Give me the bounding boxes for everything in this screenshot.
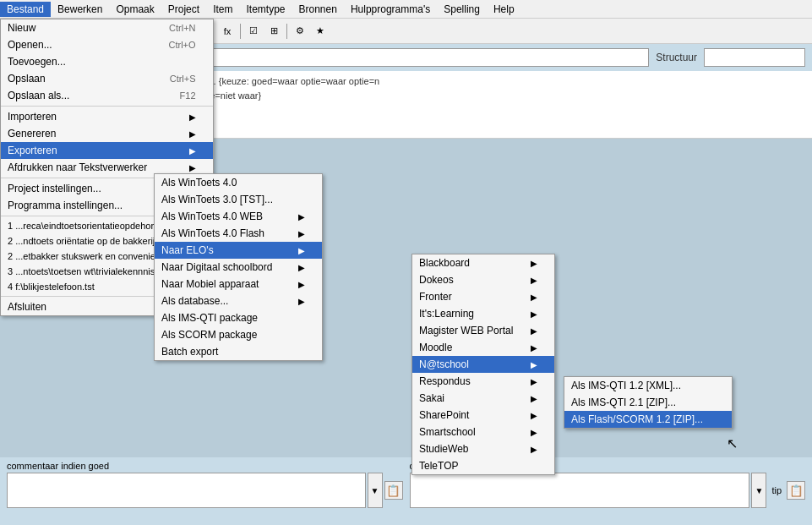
menu-openen[interactable]: Openen... Ctrl+O xyxy=(1,36,213,53)
exp-wintoets40web[interactable]: Als WinToets 4.0 WEB ▶ xyxy=(155,208,322,225)
elo-respondus[interactable]: Respondus ▶ xyxy=(412,373,554,390)
toolbar-separator-3 xyxy=(240,24,241,39)
comment-label-1: commentaar indien goed xyxy=(7,461,403,471)
ns-ims-qti-xml[interactable]: Als IMS-QTI 1.2 [XML]... xyxy=(564,377,732,394)
exp-ims-qti[interactable]: Als IMS-QTI package xyxy=(155,309,322,326)
exp-wintoets40flash[interactable]: Als WinToets 4.0 Flash ▶ xyxy=(155,225,322,242)
elo-moodle[interactable]: Moodle ▶ xyxy=(412,339,554,356)
menu-genereren[interactable]: Genereren ▶ xyxy=(1,125,213,142)
elo-natschool[interactable]: N@tschool ▶ xyxy=(412,356,554,373)
toolbar-btn13[interactable]: ★ xyxy=(311,22,330,41)
menu-toevoegen[interactable]: Toevoegen... xyxy=(1,53,213,70)
menu-importeren[interactable]: Importeren ▶ xyxy=(1,108,213,125)
toolbar-btn9[interactable]: fx xyxy=(218,22,237,41)
exp-scorm[interactable]: Als SCORM package xyxy=(155,326,322,343)
ns-ims-qti-zip[interactable]: Als IMS-QTI 2.1 [ZIP]... xyxy=(564,394,732,411)
exp-mobiel[interactable]: Naar Mobiel apparaat ▶ xyxy=(155,276,322,293)
toolbar-btn10[interactable]: ☑ xyxy=(244,22,263,41)
structuur-label: Structuur xyxy=(656,52,697,63)
ns-flash-scorm[interactable]: Als Flash/SCORM 1.2 [ZIP]... xyxy=(564,411,732,428)
elo-smartschool[interactable]: Smartschool ▶ xyxy=(412,424,554,440)
elo-studieweb[interactable]: StudieWeb ▶ xyxy=(412,440,554,457)
elo-teletop[interactable]: TeleTOP xyxy=(412,457,554,474)
elo-dokeos[interactable]: Dokeos ▶ xyxy=(412,271,554,288)
exp-database[interactable]: Als database... ▶ xyxy=(155,293,322,309)
comment-scroll-1[interactable]: ▼ xyxy=(368,473,383,508)
elo-sakai[interactable]: Sakai ▶ xyxy=(412,390,554,407)
cursor-indicator: ↖ xyxy=(727,435,738,451)
menu-project[interactable]: Project xyxy=(161,2,206,17)
menu-spelling[interactable]: Spelling xyxy=(437,2,487,17)
menu-bewerken[interactable]: Bewerken xyxy=(51,2,109,17)
menu-bestand[interactable]: Bestand xyxy=(0,2,51,17)
menu-itemtype[interactable]: Itemtype xyxy=(239,2,292,17)
toolbar-separator-4 xyxy=(286,24,287,39)
elo-blackboard[interactable]: Blackboard ▶ xyxy=(412,254,554,271)
menu-help[interactable]: Help xyxy=(487,2,521,17)
app-background: Bestand Bewerken Opmaak Project Item Ite… xyxy=(0,0,812,525)
elo-itslearning[interactable]: It's:Learning ▶ xyxy=(412,305,554,322)
elo-sharepoint[interactable]: SharePoint ▶ xyxy=(412,407,554,424)
menu-exporteren[interactable]: Exporteren ▶ xyxy=(1,142,213,159)
exp-digitaal-schoolbord[interactable]: Naar Digitaal schoolbord ▶ xyxy=(155,259,322,276)
comment-textarea-2[interactable] xyxy=(410,473,750,508)
natschool-submenu: Als IMS-QTI 1.2 [XML]... Als IMS-QTI 2.1… xyxy=(564,376,733,429)
elo-fronter[interactable]: Fronter ▶ xyxy=(412,288,554,305)
menu-hulpprogrammas[interactable]: Hulpprogramma's xyxy=(344,2,437,17)
exp-wintoets30[interactable]: Als WinToets 3.0 [TST]... xyxy=(155,191,322,208)
comment-textarea-1[interactable] xyxy=(7,473,366,508)
tip-label: tip xyxy=(768,484,785,497)
naar-elos-submenu: Blackboard ▶ Dokeos ▶ Fronter ▶ It's:Lea… xyxy=(411,254,555,475)
toolbar-btn11[interactable]: ⊞ xyxy=(264,22,283,41)
menu-opslaan[interactable]: Opslaan Ctrl+S xyxy=(1,70,213,87)
exp-wintoets40[interactable]: Als WinToets 4.0 xyxy=(155,174,322,191)
elo-magister[interactable]: Magister WEB Portal ▶ xyxy=(412,322,554,339)
menu-item[interactable]: Item xyxy=(206,2,239,17)
comment-btn-1[interactable]: 📋 xyxy=(384,481,403,500)
menu-sep-1 xyxy=(1,106,213,107)
exporteren-submenu: Als WinToets 4.0 Als WinToets 3.0 [TST].… xyxy=(154,173,323,361)
menu-opmaak[interactable]: Opmaak xyxy=(109,2,161,17)
menubar: Bestand Bewerken Opmaak Project Item Ite… xyxy=(0,0,812,19)
menu-opslaan-als[interactable]: Opslaan als... F12 xyxy=(1,87,213,104)
exp-batch[interactable]: Batch export xyxy=(155,343,322,360)
comment-btn-2[interactable]: 📋 xyxy=(787,481,805,500)
comment-section-1: commentaar indien goed ▼ 📋 xyxy=(7,461,403,522)
menu-bronnen[interactable]: Bronnen xyxy=(292,2,344,17)
exp-naar-elos[interactable]: Naar ELO's ▶ xyxy=(155,242,322,259)
comment-scroll-2[interactable]: ▼ xyxy=(751,473,766,508)
toolbar-btn12[interactable]: ⚙ xyxy=(291,22,309,41)
menu-nieuw[interactable]: Nieuw Ctrl+N xyxy=(1,19,213,36)
structuur-input[interactable] xyxy=(704,48,805,67)
